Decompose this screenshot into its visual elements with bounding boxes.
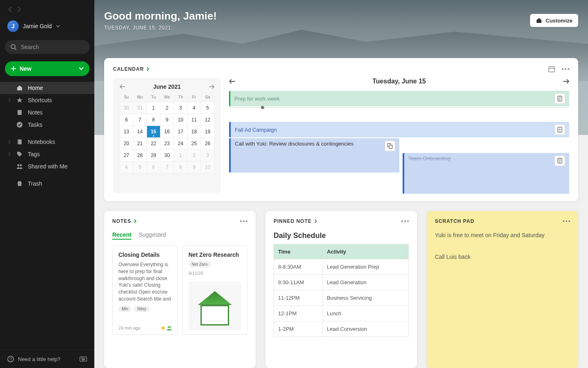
calendar-day[interactable]: 11 [187,114,201,126]
nav-back-icon[interactable] [8,7,12,12]
calendar-day[interactable]: 29 [147,149,160,162]
calendar-day[interactable]: 3 [174,102,187,114]
sidebar-item-notebooks[interactable]: Notebooks [0,136,94,148]
calendar-day[interactable]: 1 [174,149,187,162]
calendar-day[interactable]: 6 [120,114,134,126]
calendar-day[interactable]: 17 [174,126,187,138]
calendar-day[interactable]: 18 [187,126,201,138]
calendar-day[interactable]: 9 [160,114,174,126]
search-input[interactable]: Search [5,40,89,54]
calendar-day[interactable]: 10 [200,161,214,173]
sidebar-item-tags[interactable]: Tags [0,148,94,160]
calendar-day[interactable]: 27 [120,149,134,162]
calendar-day[interactable]: 15 [147,126,160,138]
note-icon [16,109,23,116]
svg-point-29 [401,220,403,222]
calendar-day[interactable]: 22 [147,137,160,150]
event-note-icon[interactable] [555,93,565,104]
scratch-pad-widget: SCRATCH PAD Yuki is free to meet on Frid… [427,211,578,368]
pinned-title[interactable]: PINNED NOTE [274,218,317,224]
note-tile[interactable]: Net Zero Research Net Zero 9/11/20 [183,245,248,335]
home-gear-icon [536,17,542,24]
calendar-day[interactable]: 28 [133,149,147,162]
calendar-day[interactable]: 25 [187,137,201,150]
svg-rect-10 [81,358,82,359]
calendar-day[interactable]: 6 [147,161,160,173]
sidebar-item-home[interactable]: Home [0,82,94,94]
next-month-icon[interactable] [209,84,214,89]
next-day-icon[interactable] [563,79,569,84]
calendar-day[interactable]: 21 [133,137,147,150]
more-icon[interactable] [240,220,247,222]
calendar-day[interactable]: 16 [160,126,174,138]
help-link[interactable]: ? Need a little help? [7,356,60,362]
calendar-day[interactable]: 4 [120,161,134,173]
calendar-title[interactable]: CALENDAR [113,66,149,72]
calendar-day[interactable]: 20 [120,137,134,150]
tab-recent[interactable]: Recent [112,231,131,240]
home-icon [16,85,23,91]
calendar-day[interactable]: 24 [174,137,187,150]
user-menu[interactable]: J Jamie Gold [0,16,94,38]
calendar-day[interactable]: 31 [133,102,147,114]
sidebar-item-shared[interactable]: Shared with Me [0,160,94,173]
tab-suggested[interactable]: Suggested [139,231,166,240]
more-icon[interactable] [562,68,569,70]
nav-forward-icon[interactable] [18,7,21,12]
event-campaign[interactable]: Fall Ad Campaign [229,122,569,137]
sidebar-item-tasks[interactable]: Tasks [0,119,94,131]
calendar-day[interactable]: 1 [147,102,160,114]
more-icon[interactable] [401,220,409,222]
svg-rect-9 [80,357,87,361]
sidebar-item-trash[interactable]: Trash [0,177,94,190]
sidebar-item-shortcuts[interactable]: Shortcuts [0,94,94,106]
sidebar-item-notes[interactable]: Notes [0,106,94,119]
calendar-day[interactable]: 3 [200,149,214,162]
pinned-note-title: Daily Schedule [274,231,409,240]
event-note-add-icon[interactable] [555,124,565,135]
event-note-icon[interactable] [555,155,565,166]
calendar-day[interactable]: 30 [120,102,134,114]
scratch-body[interactable]: Yuki is free to meet on Friday and Satur… [435,230,570,263]
calendar-day[interactable]: 23 [160,137,174,150]
event-onboarding[interactable]: Team Onboarding [403,153,569,194]
prev-month-icon[interactable] [120,84,125,89]
trash-icon [16,180,23,187]
calendar-day[interactable]: 7 [160,161,174,173]
calendar-day[interactable]: 12 [200,114,214,126]
note-tile[interactable]: Closing Details Overview Everything is h… [112,245,178,335]
dow-label: Th [174,93,187,102]
calendar-day[interactable]: 26 [200,137,214,150]
calendar-day[interactable]: 9 [187,161,201,173]
calendar-day[interactable]: 10 [174,114,187,126]
chevron-right-icon [7,98,11,102]
calendar-day[interactable]: 8 [174,161,187,173]
calendar-day[interactable]: 8 [147,114,160,126]
calendar-open-icon[interactable] [548,65,555,73]
event-call[interactable]: Call with Yuki: Review disclosures & con… [229,138,399,173]
calendar-day[interactable]: 7 [133,114,147,126]
shared-icon [167,326,172,330]
new-button[interactable]: New [5,61,89,76]
calendar-day[interactable]: 30 [160,149,174,162]
prev-day-icon[interactable] [229,79,236,84]
dow-label: Su [120,93,133,102]
keyboard-icon[interactable] [80,357,87,361]
event-prep[interactable]: Prep for work week [229,91,569,106]
calendar-day[interactable]: 13 [120,126,134,138]
calendar-day[interactable]: 5 [200,102,214,114]
svg-rect-14 [82,359,85,360]
svg-point-28 [169,326,171,328]
calendar-day[interactable]: 2 [187,149,201,162]
more-icon[interactable] [563,220,570,222]
notes-title[interactable]: NOTES [112,218,137,224]
event-note-link-icon[interactable] [385,141,395,151]
table-row: 8:30-11AMLead Generation [274,275,409,290]
svg-point-24 [240,220,242,222]
customize-button[interactable]: Customize [530,14,578,27]
calendar-day[interactable]: 4 [187,102,201,114]
calendar-day[interactable]: 5 [133,161,147,173]
calendar-day[interactable]: 2 [160,102,174,114]
calendar-day[interactable]: 19 [200,126,214,138]
calendar-day[interactable]: 14 [133,126,147,138]
